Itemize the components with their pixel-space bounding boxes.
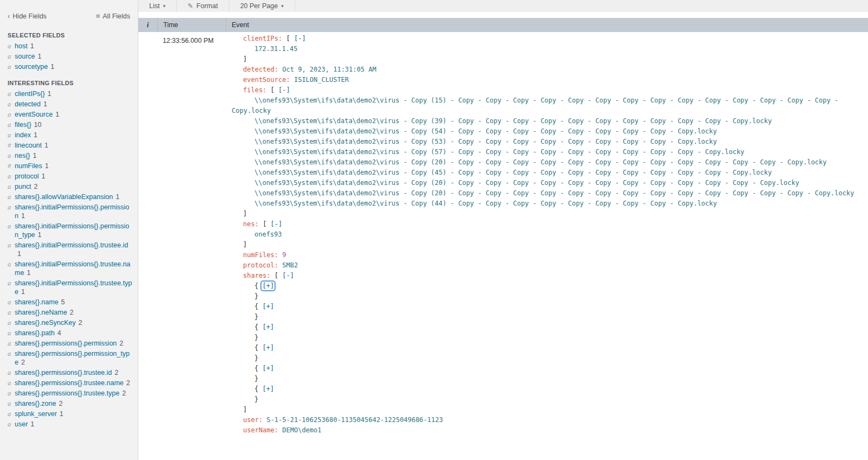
pencil-icon: ✎ — [188, 2, 193, 10]
field-count: 1 — [41, 173, 45, 180]
hide-fields-button[interactable]: ‹ Hide Fields — [8, 12, 47, 20]
collapse-expand-toggle[interactable]: [+] — [262, 365, 274, 372]
field-row[interactable]: a shares{}.allowVariableExpansion1 — [0, 192, 138, 202]
field-body: shares{}.neSyncKey2 — [15, 318, 82, 327]
format-button[interactable]: ✎ Format — [177, 0, 229, 12]
field-name[interactable]: detected — [15, 100, 41, 108]
collapse-expand-toggle[interactable]: [-] — [282, 272, 294, 279]
field-name[interactable]: shares{}.allowVariableExpansion — [15, 193, 113, 201]
field-row[interactable]: a eventSource1 — [0, 110, 138, 120]
field-body: nes{}1 — [15, 151, 36, 160]
field-row[interactable]: a sourcetype1 — [0, 62, 138, 72]
field-row[interactable]: a shares{}.permissions{}.permission2 — [0, 338, 138, 349]
field-name[interactable]: clientIPs{} — [15, 90, 45, 98]
caret-down-icon: ▾ — [163, 3, 165, 9]
field-name[interactable]: shares{}.permissions{}.permission — [15, 340, 117, 347]
field-name[interactable]: host — [15, 42, 28, 50]
field-name[interactable]: shares{}.initialPermissions{}.trustee.id — [15, 241, 128, 249]
field-name[interactable]: eventSource — [15, 111, 53, 118]
field-row[interactable]: a shares{}.initialPermissions{}.trustee.… — [0, 240, 138, 259]
field-row[interactable]: a shares{}.permissions{}.permission_type… — [0, 349, 138, 368]
field-name[interactable]: shares{}.neSyncKey — [15, 319, 76, 327]
collapse-expand-toggle-focused[interactable]: [+] — [262, 282, 274, 290]
field-type-icon: a — [8, 420, 15, 429]
field-row[interactable]: a protocol1 — [0, 171, 138, 182]
event-info-cell[interactable] — [138, 32, 158, 460]
field-name[interactable]: nes{} — [15, 152, 30, 159]
field-name[interactable]: shares{}.neName — [15, 309, 67, 316]
event-json-line: ] — [232, 405, 858, 415]
event-json-line: \\onefs93\System\ifs\data\demo2\virus - … — [232, 147, 858, 157]
event-json-line: { [+] — [232, 322, 858, 333]
field-name[interactable]: shares{}.permissions{}.trustee.id — [15, 369, 112, 376]
field-count: 1 — [33, 152, 37, 159]
field-name[interactable]: sourcetype — [15, 63, 48, 71]
field-name[interactable]: user — [15, 420, 28, 428]
field-body: user1 — [15, 420, 34, 429]
time-column-header[interactable]: Time — [158, 18, 226, 32]
field-name[interactable]: linecount — [15, 142, 42, 149]
field-name[interactable]: shares{}.path — [15, 329, 55, 337]
field-row[interactable]: a shares{}.permissions{}.trustee.id2 — [0, 368, 138, 378]
field-body: index1 — [15, 131, 37, 139]
per-page-dropdown[interactable]: 20 Per Page ▾ — [229, 0, 295, 12]
json-value: \\onefs93\System\ifs\data\demo2\virus - … — [254, 158, 827, 166]
field-row[interactable]: a shares{}.initialPermissions{}.trustee.… — [0, 278, 138, 297]
field-name[interactable]: files{} — [15, 121, 31, 129]
field-row[interactable]: a host1 — [0, 41, 138, 52]
field-row[interactable]: a shares{}.neName2 — [0, 308, 138, 318]
field-row[interactable]: a shares{}.zone2 — [0, 399, 138, 409]
collapse-expand-toggle[interactable]: [-] — [278, 86, 290, 94]
field-count: 1 — [17, 250, 21, 258]
field-name[interactable]: shares{}.permissions{}.permission_type — [15, 350, 130, 366]
field-name[interactable]: shares{}.initialPermissions{}.permission — [15, 203, 129, 220]
field-row[interactable]: # linecount1 — [0, 140, 138, 151]
list-view-label: List — [149, 2, 159, 10]
field-name[interactable]: shares{}.initialPermissions{}.permission… — [15, 222, 129, 239]
field-row[interactable]: a shares{}.neSyncKey2 — [0, 318, 138, 328]
field-row[interactable]: a shares{}.initialPermissions{}.permissi… — [0, 202, 138, 221]
field-row[interactable]: a shares{}.initialPermissions{}.trustee.… — [0, 259, 138, 278]
field-count: 1 — [21, 288, 25, 296]
field-row[interactable]: a files{}10 — [0, 120, 138, 130]
collapse-expand-toggle[interactable]: [+] — [262, 303, 274, 310]
all-fields-button[interactable]: ≡ All Fields — [96, 12, 130, 20]
field-name[interactable]: splunk_server — [15, 410, 57, 418]
list-view-dropdown[interactable]: List ▾ — [138, 0, 177, 12]
field-row[interactable]: a clientIPs{}1 — [0, 89, 138, 99]
field-row[interactable]: a splunk_server1 — [0, 409, 138, 419]
field-count: 1 — [45, 162, 49, 170]
field-row[interactable]: a user1 — [0, 419, 138, 430]
field-name[interactable]: shares{}.name — [15, 298, 59, 306]
field-row[interactable]: a detected1 — [0, 99, 138, 110]
collapse-expand-toggle[interactable]: [-] — [294, 35, 306, 42]
sidebar-header: ‹ Hide Fields ≡ All Fields — [0, 0, 138, 24]
collapse-expand-toggle[interactable]: [-] — [271, 220, 283, 228]
field-name[interactable]: shares{}.permissions{}.trustee.name — [15, 379, 124, 387]
field-name[interactable]: numFiles — [15, 162, 42, 170]
field-name[interactable]: index — [15, 131, 31, 139]
field-name[interactable]: source — [15, 53, 35, 60]
field-name[interactable]: shares{}.initialPermissions{}.trustee.na… — [15, 260, 130, 277]
field-row[interactable]: a shares{}.permissions{}.trustee.name2 — [0, 378, 138, 388]
field-name[interactable]: shares{}.permissions{}.trustee.type — [15, 389, 119, 397]
field-row[interactable]: a shares{}.initialPermissions{}.permissi… — [0, 221, 138, 240]
field-body: numFiles1 — [15, 162, 49, 170]
field-name[interactable]: shares{}.zone — [15, 400, 56, 407]
field-row[interactable]: a shares{}.path4 — [0, 328, 138, 338]
collapse-expand-toggle[interactable]: [+] — [262, 385, 274, 393]
field-body: shares{}.name5 — [15, 298, 65, 306]
field-row[interactable]: a nes{}1 — [0, 151, 138, 161]
field-row[interactable]: # numFiles1 — [0, 161, 138, 171]
collapse-expand-toggle[interactable]: [+] — [262, 344, 274, 352]
field-row[interactable]: a source1 — [0, 52, 138, 62]
field-name[interactable]: shares{}.initialPermissions{}.trustee.ty… — [15, 279, 132, 296]
field-row[interactable]: a index1 — [0, 130, 138, 140]
collapse-expand-toggle[interactable]: [+] — [262, 323, 274, 331]
interesting-fields-list: a clientIPs{}1 a detected1 a eventSource… — [0, 89, 138, 430]
field-row[interactable]: a punct2 — [0, 182, 138, 192]
field-row[interactable]: a shares{}.name5 — [0, 297, 138, 308]
field-name[interactable]: protocol — [15, 173, 39, 180]
field-row[interactable]: a shares{}.permissions{}.trustee.type2 — [0, 388, 138, 399]
field-name[interactable]: punct — [15, 183, 31, 190]
